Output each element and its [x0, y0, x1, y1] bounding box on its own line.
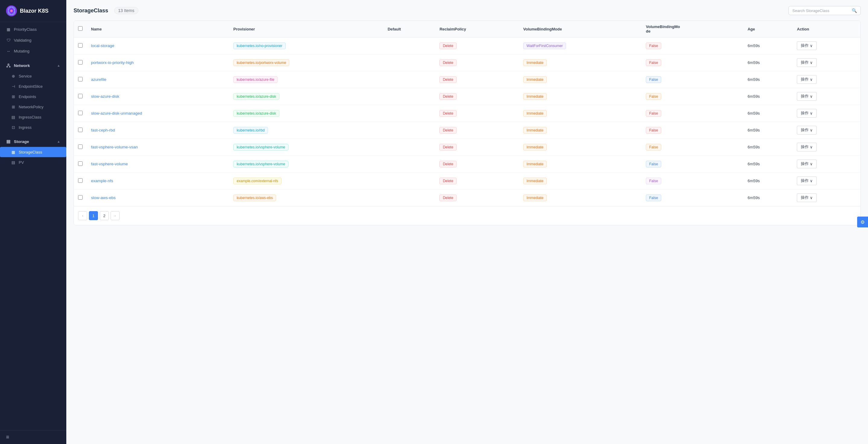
- name-link-0[interactable]: local-storage: [91, 43, 114, 48]
- provisioner-badge-3: kubernetes.io/azure-disk: [233, 93, 279, 100]
- menu-icon[interactable]: ≡: [6, 434, 9, 440]
- vbm2-badge-3: False: [646, 93, 661, 100]
- header-volume-binding-mode2: VolumeBindingMode: [642, 21, 743, 37]
- vbm-badge-7: Immediate: [523, 161, 547, 168]
- row-checkbox-5[interactable]: [78, 127, 83, 132]
- cell-vbm2-5: False: [642, 122, 743, 139]
- cell-action-7: 操作 ∨: [793, 156, 861, 173]
- cell-name-0: local-storage: [87, 37, 229, 54]
- action-button-6[interactable]: 操作 ∨: [797, 143, 817, 151]
- page-1-button[interactable]: 1: [89, 211, 98, 220]
- provisioner-badge-7: kubernetes.io/vsphere-volume: [233, 161, 288, 168]
- row-checkbox-1[interactable]: [78, 60, 83, 64]
- reclaim-badge-3: Delete: [439, 93, 457, 100]
- row-check-8: [74, 173, 87, 189]
- next-page-button[interactable]: ›: [111, 211, 120, 220]
- row-check-0: [74, 37, 87, 54]
- cell-reclaim-5: Delete: [435, 122, 519, 139]
- sidebar-item-storage-class[interactable]: ▦ StorageClass: [0, 147, 66, 157]
- cell-default-4: [383, 105, 435, 122]
- network-label: Network: [14, 63, 30, 68]
- row-checkbox-6[interactable]: [78, 145, 83, 149]
- name-link-5[interactable]: fast-ceph-rbd: [91, 128, 115, 132]
- network-policy-icon: ⊞: [11, 105, 16, 109]
- page-2-button[interactable]: 2: [100, 211, 109, 220]
- vbm2-badge-4: False: [646, 110, 661, 117]
- sidebar-item-endpoint-slice[interactable]: ⊣ EndpointSlice: [0, 81, 66, 91]
- name-link-1[interactable]: portworx-io-priority-high: [91, 60, 134, 65]
- cell-default-5: [383, 122, 435, 139]
- row-checkbox-0[interactable]: [78, 43, 83, 48]
- select-all-checkbox[interactable]: [78, 26, 83, 31]
- sidebar-item-endpoints[interactable]: ⊞ Endpoints: [0, 91, 66, 102]
- row-check-3: [74, 88, 87, 105]
- search-input[interactable]: [792, 8, 849, 13]
- action-button-7[interactable]: 操作 ∨: [797, 159, 817, 168]
- cell-provisioner-4: kubernetes.io/azure-disk: [229, 105, 383, 122]
- action-button-2[interactable]: 操作 ∨: [797, 75, 817, 84]
- prev-page-button[interactable]: ‹: [78, 211, 87, 220]
- gear-float-button[interactable]: ⚙: [857, 216, 868, 228]
- pv-icon: ▤: [11, 160, 16, 165]
- cell-age-3: 6m59s: [743, 88, 793, 105]
- row-checkbox-4[interactable]: [78, 111, 83, 115]
- sidebar-storage-header[interactable]: Storage ▲: [0, 136, 66, 147]
- page-header-left: StorageClass 13 Items: [73, 7, 138, 14]
- cell-provisioner-0: kubernetes.io/no-provisioner: [229, 37, 383, 54]
- table-row: example-nfs example.com/external-nfs Del…: [74, 173, 861, 189]
- search-box[interactable]: 🔍: [788, 6, 861, 15]
- vbm2-badge-9: False: [646, 195, 661, 201]
- cell-provisioner-6: kubernetes.io/vsphere-volume: [229, 139, 383, 156]
- storage-sub-items: ▦ StorageClass ▤ PV: [0, 147, 66, 168]
- cell-vbm-4: Immediate: [519, 105, 642, 122]
- cell-reclaim-2: Delete: [435, 71, 519, 88]
- svg-line-8: [8, 65, 10, 66]
- name-link-2[interactable]: azurefile: [91, 77, 106, 82]
- cell-vbm2-9: False: [642, 189, 743, 206]
- page-title: StorageClass: [73, 7, 108, 14]
- name-link-4[interactable]: slow-azure-disk-unmanaged: [91, 111, 142, 116]
- cell-name-6: fast-vsphere-volume-vsan: [87, 139, 229, 156]
- svg-point-5: [7, 66, 8, 67]
- cell-reclaim-7: Delete: [435, 156, 519, 173]
- action-button-9[interactable]: 操作 ∨: [797, 194, 817, 202]
- header-default: Default: [383, 21, 435, 37]
- app-logo[interactable]: Blazor K8S: [0, 0, 66, 22]
- header-volume-binding-mode: VolumeBindingMode: [519, 21, 642, 37]
- name-link-8[interactable]: example-nfs: [91, 179, 113, 183]
- sidebar-item-pv[interactable]: ▤ PV: [0, 157, 66, 168]
- row-checkbox-9[interactable]: [78, 195, 83, 200]
- action-button-4[interactable]: 操作 ∨: [797, 109, 817, 118]
- cell-vbm-6: Immediate: [519, 139, 642, 156]
- row-checkbox-7[interactable]: [78, 161, 83, 166]
- name-link-7[interactable]: fast-vsphere-volume: [91, 162, 128, 166]
- provisioner-badge-5: kubernetes.io/rbd: [233, 127, 268, 134]
- reclaim-badge-1: Delete: [439, 59, 457, 66]
- action-button-5[interactable]: 操作 ∨: [797, 126, 817, 135]
- action-button-3[interactable]: 操作 ∨: [797, 92, 817, 101]
- table-row: fast-vsphere-volume-vsan kubernetes.io/v…: [74, 139, 861, 156]
- sidebar-item-ingress-class[interactable]: ▤ IngressClass: [0, 112, 66, 122]
- name-link-6[interactable]: fast-vsphere-volume-vsan: [91, 145, 138, 149]
- action-button-8[interactable]: 操作 ∨: [797, 176, 817, 185]
- sidebar-item-network-policy[interactable]: ⊞ NetworkPolicy: [0, 102, 66, 112]
- action-button-1[interactable]: 操作 ∨: [797, 58, 817, 67]
- sidebar-item-mutating[interactable]: ↔ Mutating: [0, 46, 66, 56]
- name-link-3[interactable]: slow-azure-disk: [91, 94, 119, 99]
- sidebar: Blazor K8S ▦ PriorityClass 🛡 Validating …: [0, 0, 66, 444]
- sidebar-item-validating[interactable]: 🛡 Validating: [0, 35, 66, 46]
- sidebar-item-priority-class[interactable]: ▦ PriorityClass: [0, 24, 66, 35]
- sidebar-item-service[interactable]: ⊕ Service: [0, 71, 66, 81]
- sidebar-network-header[interactable]: Network ▲: [0, 60, 66, 71]
- cell-reclaim-0: Delete: [435, 37, 519, 54]
- cell-reclaim-6: Delete: [435, 139, 519, 156]
- row-checkbox-8[interactable]: [78, 178, 83, 183]
- cell-default-7: [383, 156, 435, 173]
- cell-action-1: 操作 ∨: [793, 54, 861, 71]
- action-button-0[interactable]: 操作 ∨: [797, 41, 817, 50]
- row-checkbox-2[interactable]: [78, 77, 83, 82]
- name-link-9[interactable]: slow-aws-ebs: [91, 196, 116, 200]
- cell-name-4: slow-azure-disk-unmanaged: [87, 105, 229, 122]
- row-checkbox-3[interactable]: [78, 94, 83, 98]
- sidebar-item-ingress[interactable]: ⊡ Ingress: [0, 122, 66, 132]
